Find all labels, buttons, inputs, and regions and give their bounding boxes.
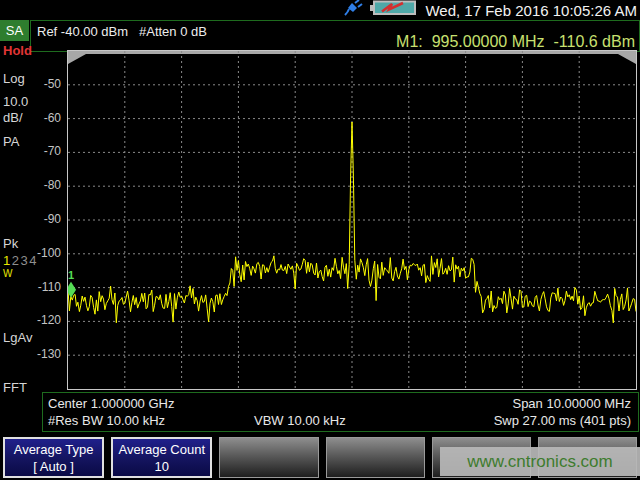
date-time: Wed, 17 Feb 2016 10:05:26 AM: [425, 2, 637, 19]
attenuation-label: #Atten 0 dB: [139, 24, 207, 39]
sweep-time-label: Swp 27.00 ms (401 pts): [494, 413, 631, 428]
span-label: Span 10.00000 MHz: [512, 396, 631, 411]
y-axis-labels: -50-60-70-80-90-100-110-120-130: [0, 50, 63, 388]
spectrum-trace-chart: 1: [68, 51, 636, 389]
watermark: www.cntronics.com: [440, 447, 640, 476]
spectrum-analyzer-screen: { "top_bar": { "date_time": "Wed, 17 Feb…: [0, 0, 640, 480]
power-plug-icon: [343, 0, 363, 21]
y-axis-tick-label: -130: [0, 347, 61, 361]
y-axis-tick-label: -50: [0, 77, 61, 91]
softkey-label: Average Type: [14, 441, 94, 458]
bottom-annotation-box: Center 1.000000 GHz Span 10.00000 MHz #R…: [42, 392, 639, 432]
ref-level-label: Ref -40.00 dBm: [37, 24, 128, 39]
y-axis-tick-label: -120: [0, 313, 61, 327]
softkey-blank-2[interactable]: [326, 437, 425, 478]
y-axis-tick-label: -70: [0, 144, 61, 158]
y-axis-tick-label: -100: [0, 246, 61, 260]
softkey-value: [ Auto ]: [33, 458, 73, 475]
y-axis-tick-label: -110: [0, 280, 61, 294]
softkey-value: 10: [155, 458, 169, 475]
softkey-blank-1[interactable]: [219, 437, 318, 478]
resolution-bandwidth-label: #Res BW 10.00 kHz: [48, 413, 165, 428]
battery-icon: [370, 0, 418, 21]
graticule-gridlines: [68, 51, 636, 389]
softkey-label: Average Count: [119, 441, 206, 458]
top-annotation-box: Ref -40.00 dBm #Atten 0 dB M1: 995.00000…: [30, 20, 640, 52]
mode-badge-sa: SA: [0, 20, 29, 41]
top-status-bar: Wed, 17 Feb 2016 10:05:26 AM: [0, 0, 640, 20]
softkey-average-type[interactable]: Average Type [ Auto ]: [3, 437, 104, 478]
y-axis-tick-label: -80: [0, 178, 61, 192]
graticule-plot-area: 1: [67, 50, 637, 390]
marker-readout: M1: 995.00000 MHz -110.6 dBm: [396, 33, 635, 51]
video-bandwidth-label: VBW 10.00 kHz: [254, 413, 346, 428]
center-frequency-label: Center 1.000000 GHz: [48, 396, 174, 411]
marker-1-number: 1: [68, 269, 74, 281]
y-axis-tick-label: -60: [0, 111, 61, 125]
softkey-average-count[interactable]: Average Count 10: [111, 437, 212, 478]
y-axis-tick-label: -90: [0, 212, 61, 226]
